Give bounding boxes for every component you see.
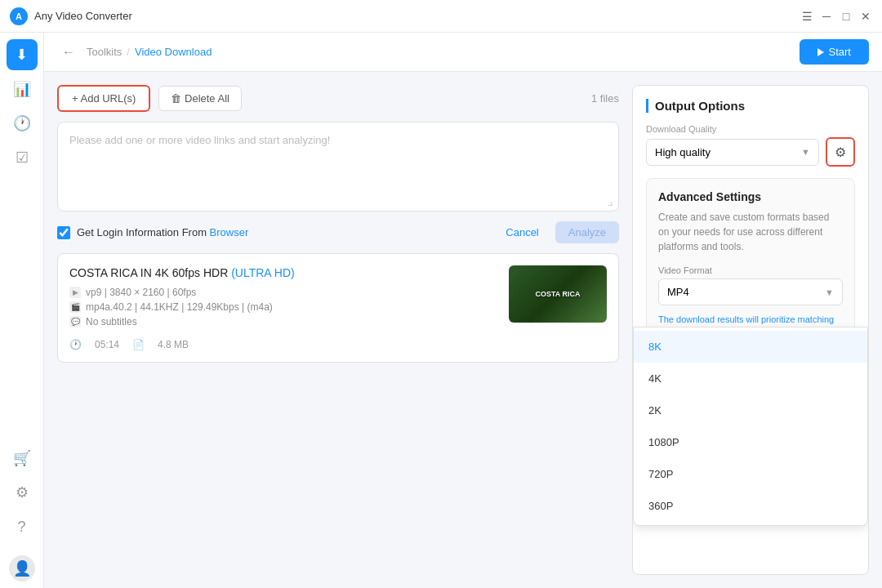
video-duration: 05:14 — [95, 339, 119, 350]
login-row: Get Login Information From Browser Cance… — [57, 221, 619, 243]
app-icon: A — [10, 7, 28, 25]
sidebar-item-settings[interactable]: ⚙ — [7, 477, 38, 508]
history-icon: 🕐 — [13, 114, 31, 132]
subtitle-icon: 💬 — [69, 316, 81, 327]
sidebar: ⬇ 📊 🕐 ☑ 🛒 ⚙ ? 👤 — [0, 33, 44, 588]
sidebar-item-download[interactable]: ⬇ — [7, 39, 38, 70]
sidebar-item-tasks[interactable]: ☑ — [7, 142, 38, 173]
sidebar-item-help[interactable]: ? — [7, 511, 38, 542]
window-controls: ☰ ─ □ ✕ — [800, 10, 872, 23]
video-format-value: MP4 — [667, 286, 689, 298]
advanced-settings-title: Advanced Settings — [658, 190, 843, 203]
video-meta-3: 💬 No subtitles — [69, 316, 497, 327]
quality-label: Download Quality — [646, 124, 855, 134]
minimize-button[interactable]: ─ — [820, 10, 833, 23]
video-format-row: Video Format MP4 ▼ — [658, 265, 843, 305]
video-meta-2: 🎬 mp4a.40.2 | 44.1KHZ | 129.49Kbps | (m4… — [69, 301, 497, 313]
sidebar-item-cart[interactable]: 🛒 — [7, 443, 38, 474]
video-card: COSTA RICA IN 4K 60fps HDR (ULTRA HD) ▶ … — [57, 253, 619, 363]
breadcrumb-current: Video Download — [135, 46, 212, 58]
sidebar-item-history[interactable]: 🕐 — [7, 108, 38, 139]
gear-icon: ⚙ — [835, 145, 846, 160]
sidebar-item-analytics[interactable]: 📊 — [7, 74, 38, 105]
quality-select[interactable]: High quality ▼ — [646, 139, 819, 166]
file-count: 1 files — [591, 92, 619, 105]
start-button[interactable]: Start — [800, 39, 869, 65]
url-input-area[interactable]: Please add one or more video links and s… — [57, 122, 619, 212]
app-title: Any Video Converter — [34, 10, 132, 22]
cart-icon: 🛒 — [13, 449, 31, 467]
resolution-option-360p[interactable]: 360P — [634, 490, 867, 522]
advanced-settings-desc: Create and save custom formats based on … — [658, 210, 843, 254]
video-format-chevron-icon: ▼ — [825, 287, 834, 297]
breadcrumb: Toolkits / Video Download — [87, 46, 212, 58]
resize-handle[interactable]: ⌟ — [608, 194, 613, 207]
resolution-option-1080p[interactable]: 1080P — [634, 426, 867, 458]
delete-all-button[interactable]: 🗑 Delete All — [158, 86, 242, 111]
maximize-button[interactable]: □ — [840, 10, 853, 23]
toolbar: ← Toolkits / Video Download Start — [44, 33, 882, 72]
video-thumbnail: COSTA RICA — [509, 265, 607, 323]
url-placeholder: Please add one or more video links and s… — [69, 134, 330, 146]
video-title: COSTA RICA IN 4K 60fps HDR (ULTRA HD) — [69, 265, 497, 282]
output-options-panel: Output Options Download Quality High qua… — [632, 85, 869, 575]
resolution-dropdown[interactable]: 8K 4K 2K 1080P 720P 360P — [633, 327, 868, 526]
resolution-option-2k[interactable]: 2K — [634, 394, 867, 426]
hamburger-button[interactable]: ☰ — [800, 10, 813, 23]
quality-row: Download Quality High quality ▼ ⚙ — [646, 124, 855, 167]
resolution-option-8k[interactable]: 8K — [634, 331, 867, 363]
breadcrumb-parent: Toolkits — [87, 46, 122, 58]
video-filesize: 4.8 MB — [158, 339, 189, 350]
video-format-select[interactable]: MP4 ▼ — [658, 278, 843, 305]
quality-value: High quality — [655, 146, 710, 158]
audio-format-icon: 🎬 — [69, 301, 81, 313]
filesize-icon: 📄 — [132, 339, 145, 350]
output-options-title: Output Options — [646, 99, 855, 113]
title-bar: A Any Video Converter ☰ ─ □ ✕ — [0, 0, 882, 33]
resolution-option-4k[interactable]: 4K — [634, 363, 867, 394]
help-icon: ? — [17, 519, 25, 536]
avatar[interactable]: 👤 — [9, 555, 35, 581]
video-meta-1: ▶ vp9 | 3840 × 2160 | 60fps — [69, 287, 497, 298]
resolution-option-720p[interactable]: 720P — [634, 458, 867, 490]
video-format-label: Video Format — [658, 265, 843, 275]
download-icon: ⬇ — [16, 46, 28, 64]
login-checkbox[interactable] — [57, 226, 70, 239]
close-button[interactable]: ✕ — [859, 10, 872, 23]
quality-chevron-icon: ▼ — [801, 147, 810, 157]
play-icon — [817, 48, 824, 56]
back-button[interactable]: ← — [57, 42, 80, 63]
video-format-icon: ▶ — [69, 287, 81, 298]
gear-button[interactable]: ⚙ — [826, 137, 855, 167]
video-footer: 🕐 05:14 📄 4.8 MB — [69, 339, 607, 350]
duration-icon: 🕐 — [69, 339, 82, 350]
tasks-icon: ☑ — [16, 149, 29, 167]
breadcrumb-separator: / — [127, 46, 130, 58]
url-actions: + Add URL(s) 🗑 Delete All 1 files — [57, 85, 619, 112]
analytics-icon: 📊 — [13, 80, 31, 98]
settings-icon: ⚙ — [16, 483, 29, 501]
user-icon: 👤 — [13, 559, 31, 577]
analyze-button[interactable]: Analyze — [555, 221, 619, 243]
thumbnail-text: COSTA RICA — [536, 290, 581, 298]
cancel-button[interactable]: Cancel — [496, 221, 548, 243]
login-label: Get Login Information From Browser — [77, 226, 248, 238]
add-url-button[interactable]: + Add URL(s) — [57, 85, 150, 112]
